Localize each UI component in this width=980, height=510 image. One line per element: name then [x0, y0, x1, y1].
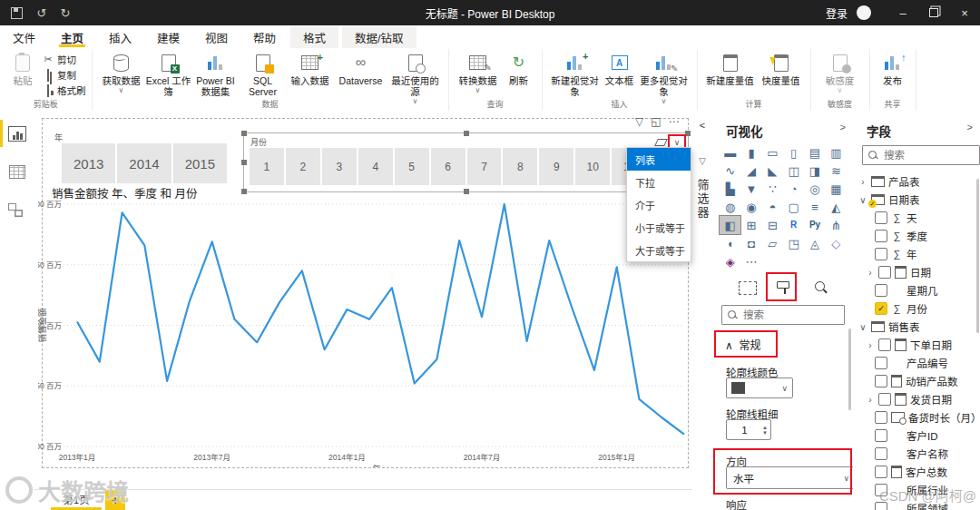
- field-row-客户ID[interactable]: 客户ID: [853, 427, 980, 445]
- stacked-bar-chart-icon[interactable]: ▬: [720, 143, 740, 162]
- clustered-bar-chart-icon[interactable]: ▭: [762, 143, 783, 162]
- model-view-button[interactable]: [0, 194, 34, 225]
- tab-home[interactable]: 主页: [48, 25, 96, 49]
- redo-icon[interactable]: ↻: [54, 6, 77, 20]
- month-option-1[interactable]: 1: [250, 148, 284, 185]
- field-checkbox-星期几[interactable]: [875, 284, 887, 297]
- cut-button[interactable]: ✂剪切: [42, 52, 86, 67]
- spin-down-icon[interactable]: ▼: [762, 430, 768, 436]
- python-icon[interactable]: Py: [804, 216, 825, 234]
- field-row-所属领域[interactable]: 所属领域: [853, 499, 980, 510]
- arcgis-map-icon[interactable]: ◬: [804, 234, 825, 252]
- text-box-button[interactable]: A 文本框: [603, 52, 636, 86]
- map-icon[interactable]: ◍: [720, 198, 740, 216]
- decomposition-tree-icon[interactable]: ⋔: [826, 216, 847, 234]
- menu-item-大于或等于[interactable]: 大于或等于: [627, 239, 691, 261]
- donut-chart-icon[interactable]: ◎: [804, 180, 825, 198]
- table-row-销售表[interactable]: ∨销售表: [853, 318, 980, 336]
- format-tab[interactable]: [777, 280, 793, 295]
- month-option-2[interactable]: 2: [286, 148, 320, 185]
- menu-item-小于或等于[interactable]: 小于或等于: [627, 216, 691, 239]
- filled-map-icon[interactable]: ◉: [740, 198, 761, 216]
- avatar[interactable]: [857, 5, 871, 20]
- smart-narrative-icon[interactable]: ▱: [762, 234, 783, 252]
- line-clustered-column-chart-icon[interactable]: ◨: [804, 162, 825, 180]
- tab-format[interactable]: 格式: [290, 26, 338, 48]
- tab-data-drill[interactable]: 数据/钻取: [342, 26, 416, 48]
- tab-help[interactable]: 帮助: [240, 25, 289, 49]
- month-option-6[interactable]: 6: [431, 148, 466, 185]
- sql-server-button[interactable]: SQL Server: [240, 52, 286, 97]
- copy-button[interactable]: 复制: [42, 67, 86, 83]
- field-checkbox-下单日期[interactable]: [878, 338, 891, 351]
- analytics-tab[interactable]: [813, 280, 828, 295]
- funnel-chart-icon[interactable]: ▼: [740, 180, 761, 198]
- new-measure-button[interactable]: 新建度量值: [704, 52, 757, 86]
- power-automate-icon[interactable]: ◇: [826, 234, 847, 252]
- outline-weight-stepper[interactable]: 1 ▲▼: [726, 419, 771, 440]
- expand-filters-icon[interactable]: <: [692, 120, 712, 131]
- minimize-button[interactable]: –: [887, 0, 918, 25]
- waterfall-chart-icon[interactable]: ▙: [720, 180, 740, 198]
- orientation-select[interactable]: 水平 ∨: [726, 466, 857, 489]
- add-page-button[interactable]: +: [105, 490, 125, 510]
- month-option-10[interactable]: 10: [575, 148, 610, 185]
- scatter-chart-icon[interactable]: ∵: [762, 180, 783, 198]
- field-row-备货时长（月）[interactable]: 备货时长（月）: [853, 408, 980, 427]
- field-checkbox-客户名称[interactable]: [875, 447, 887, 460]
- slicer-icon[interactable]: ◧: [720, 216, 740, 234]
- tab-modeling[interactable]: 建模: [144, 25, 192, 49]
- year-option-2015[interactable]: 2015: [173, 143, 227, 183]
- expander-icon[interactable]: ›: [866, 268, 875, 278]
- field-checkbox-天[interactable]: [875, 211, 887, 224]
- field-row-客户总数[interactable]: 客户总数: [853, 463, 980, 481]
- general-section-header[interactable]: ∧ 常规: [725, 337, 760, 352]
- expander-icon[interactable]: ∨: [858, 322, 867, 332]
- month-option-4[interactable]: 4: [358, 148, 393, 185]
- enter-data-button[interactable]: + 输入数据: [288, 52, 333, 86]
- year-option-2014[interactable]: 2014: [117, 143, 171, 183]
- focus-mode-icon[interactable]: ◱: [651, 116, 661, 127]
- line-stacked-column-chart-icon[interactable]: ◫: [783, 162, 804, 180]
- kpi-icon[interactable]: ◭: [826, 198, 847, 216]
- paginated-report-icon[interactable]: ◳: [783, 234, 804, 252]
- table-row-产品表[interactable]: ›产品表: [853, 172, 980, 191]
- sales-line-chart[interactable]: 300 百万250 百万200 百万150 百万100 百万2013年1月201…: [38, 195, 688, 467]
- table-icon[interactable]: ⊞: [740, 216, 761, 234]
- fields-tab[interactable]: [739, 281, 757, 295]
- field-row-下单日期[interactable]: ›下单日期: [853, 336, 980, 354]
- area-chart-icon[interactable]: ◢: [740, 162, 761, 180]
- format-scrollbar[interactable]: [848, 329, 851, 410]
- page-tab-1[interactable]: 第1页: [51, 490, 102, 510]
- collapse-visualizations-icon[interactable]: >: [840, 122, 846, 132]
- field-checkbox-月份[interactable]: ✓: [875, 302, 887, 315]
- expander-icon[interactable]: ›: [858, 177, 867, 187]
- table-row-日期表[interactable]: ∨✓日期表: [853, 191, 980, 209]
- paste-button[interactable]: 粘贴: [6, 52, 39, 86]
- qa-icon[interactable]: ◘: [740, 234, 761, 252]
- filter-icon[interactable]: ▽: [635, 116, 643, 127]
- undo-icon[interactable]: ↺: [30, 6, 54, 20]
- field-row-产品编号[interactable]: 产品编号: [853, 354, 980, 372]
- field-row-月份[interactable]: ✓∑月份: [853, 299, 980, 318]
- field-checkbox-客户总数[interactable]: [875, 466, 887, 478]
- new-visual-button[interactable]: + 新建视觉对象: [549, 52, 602, 97]
- pie-chart-icon[interactable]: ◔: [783, 180, 804, 198]
- tab-file[interactable]: 文件: [0, 25, 48, 49]
- publish-button[interactable]: ↑ 发布: [877, 52, 909, 86]
- tab-view[interactable]: 视图: [192, 25, 240, 49]
- stacked-column-chart-icon[interactable]: ▮: [740, 143, 761, 162]
- menu-item-介于[interactable]: 介于: [627, 193, 691, 216]
- sign-in-button[interactable]: 登录: [826, 5, 848, 21]
- expander-icon[interactable]: ›: [866, 395, 875, 405]
- close-button[interactable]: ×: [949, 0, 980, 25]
- field-row-年[interactable]: ∑年: [853, 245, 980, 263]
- 100-stacked-bar-chart-icon[interactable]: ▤: [804, 143, 825, 162]
- data-view-button[interactable]: [0, 156, 34, 187]
- power-apps-icon[interactable]: ◈: [720, 252, 740, 270]
- tab-insert[interactable]: 插入: [96, 25, 144, 49]
- quick-measure-button[interactable]: 快度量值: [759, 52, 804, 86]
- fields-scrollbar[interactable]: [976, 179, 979, 333]
- gauge-icon[interactable]: ◓: [762, 198, 783, 216]
- month-option-5[interactable]: 5: [395, 148, 429, 185]
